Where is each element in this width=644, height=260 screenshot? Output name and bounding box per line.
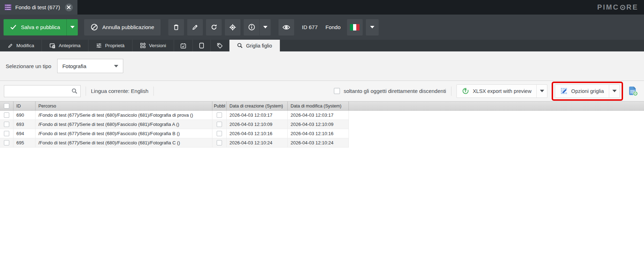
xlsx-export-caret[interactable]	[536, 85, 547, 98]
row-select-checkbox[interactable]	[4, 131, 9, 136]
tab-label: Proprietà	[105, 43, 125, 48]
pimcore-logo: PIMCRE	[597, 0, 644, 15]
language-flag-button[interactable]	[347, 19, 363, 35]
open-object-tab[interactable]: Fondo di test (677)	[0, 0, 77, 15]
cell-percorso: /Fondo di test (677)/Serie di test (680)…	[36, 129, 212, 138]
divider	[86, 87, 86, 96]
locate-in-tree-button[interactable]	[225, 19, 240, 35]
grid-options-button[interactable]: Opzioni griglia	[555, 84, 620, 98]
check-icon	[10, 24, 17, 31]
type-selector-value: Fotografia	[62, 63, 86, 69]
select-all-column-header[interactable]	[0, 101, 13, 110]
object-list-icon	[4, 4, 12, 11]
tag-icon	[217, 43, 223, 49]
calendar-check-icon	[180, 43, 186, 49]
annotation-highlight-box: Opzioni griglia	[552, 82, 623, 101]
close-icon[interactable]	[65, 4, 73, 11]
object-type-label: Fondo	[325, 24, 341, 30]
reload-button[interactable]	[206, 19, 222, 35]
object-id-label: ID 677	[302, 24, 318, 30]
cell-percorso: /Fondo di test (677)/Serie di test (680)…	[36, 111, 212, 120]
divider	[451, 87, 451, 96]
tab-label: Modifica	[16, 43, 34, 48]
versions-icon	[140, 43, 146, 49]
crosshair-icon	[229, 23, 237, 31]
type-selector-combo[interactable]: Fotografia	[57, 59, 123, 73]
search-input[interactable]	[4, 85, 81, 97]
delete-button[interactable]	[168, 19, 184, 35]
unpublish-button[interactable]: Annulla pubblicazione	[84, 19, 161, 35]
cell-modified: 2026-04-03 12:10:24	[288, 138, 349, 147]
export-translations-button[interactable]	[628, 86, 638, 96]
save-options-caret[interactable]	[66, 19, 78, 35]
trash-icon	[173, 24, 180, 31]
window-tab-bar: Fondo di test (677) PIMCRE	[0, 0, 644, 15]
published-checkbox[interactable]	[217, 131, 222, 136]
italian-flag-icon	[350, 24, 359, 31]
chevron-down-icon	[263, 26, 267, 28]
preview-button[interactable]	[278, 19, 294, 35]
column-header-modified[interactable]: Data di modifica (System)	[288, 101, 349, 110]
tab-tags[interactable]	[211, 40, 229, 51]
table-header: ID Percorso Pubbl Data di creazione (Sys…	[0, 101, 644, 111]
save-publish-button[interactable]: Salva e pubblica	[4, 19, 78, 35]
chevron-down-icon	[540, 90, 544, 92]
tab-label: Versioni	[149, 43, 166, 48]
current-language-label: Lingua corrente: English	[91, 88, 148, 94]
select-all-checkbox[interactable]	[4, 103, 9, 109]
info-caret-button[interactable]	[259, 19, 271, 35]
info-icon	[248, 23, 255, 31]
cell-modified: 2026-04-03 12:03:17	[288, 111, 349, 120]
cell-created: 2026-04-03 12:03:17	[227, 111, 288, 120]
sliders-icon	[96, 43, 102, 49]
tab-versioni[interactable]: Versioni	[132, 40, 174, 51]
column-header-created[interactable]: Data di creazione (System)	[227, 101, 288, 110]
xlsx-export-button[interactable]: XLSX export with preview	[456, 84, 547, 98]
pencil-icon	[7, 43, 13, 49]
table-row[interactable]: 695 /Fondo di test (677)/Serie di test (…	[0, 138, 349, 148]
table-row[interactable]: 693 /Fondo di test (677)/Serie di test (…	[0, 120, 349, 129]
table-row[interactable]: 694 /Fondo di test (677)/Serie di test (…	[0, 129, 349, 138]
cell-id: 695	[13, 138, 36, 147]
cell-modified: 2026-04-03 12:10:09	[288, 120, 349, 129]
table-row[interactable]: 690 /Fondo di test (677)/Serie di test (…	[0, 111, 349, 120]
chevron-down-icon	[370, 26, 374, 28]
pimcore-app: { "colors": { "accent_green": "#2e9e4c",…	[0, 0, 644, 260]
bookmark-icon	[199, 43, 204, 49]
xlsx-export-label: XLSX export with preview	[473, 88, 531, 94]
info-button[interactable]	[244, 19, 259, 35]
published-checkbox[interactable]	[217, 122, 222, 127]
cell-percorso: /Fondo di test (677)/Serie di test (680)…	[36, 138, 212, 147]
tab-anteprima[interactable]: Anteprima	[42, 40, 88, 51]
published-checkbox[interactable]	[217, 140, 222, 145]
tab-griglia-figlio[interactable]: Griglia figlio	[229, 40, 280, 51]
column-header-filler	[349, 101, 644, 110]
column-header-percorso[interactable]: Percorso	[36, 101, 212, 110]
tab-proprieta[interactable]: Proprietà	[88, 40, 132, 51]
rename-button[interactable]	[187, 19, 203, 35]
upload-icon	[462, 87, 469, 95]
only-direct-children-checkbox[interactable]	[334, 88, 340, 94]
grid-options-label: Opzioni griglia	[571, 88, 604, 94]
published-checkbox[interactable]	[217, 112, 222, 118]
column-header-id[interactable]: ID	[13, 101, 36, 110]
object-tab-strip: Modifica Anteprima Proprietà Versioni	[0, 40, 644, 51]
column-header-pubblicato[interactable]: Pubbl	[212, 101, 227, 110]
tab-notes[interactable]	[193, 40, 211, 51]
grid-options-icon	[560, 87, 568, 95]
row-select-checkbox[interactable]	[4, 122, 9, 127]
cell-id: 694	[13, 129, 36, 138]
tab-label: Anteprima	[59, 43, 81, 48]
table-body: 690 /Fondo di test (677)/Serie di test (…	[0, 111, 644, 260]
tab-modifica[interactable]: Modifica	[0, 40, 42, 51]
row-select-checkbox[interactable]	[4, 140, 9, 145]
tab-schedule[interactable]	[174, 40, 193, 51]
search-icon	[237, 43, 243, 49]
grid-options-caret[interactable]	[609, 85, 619, 98]
row-select-checkbox[interactable]	[4, 112, 9, 118]
cell-created: 2026-04-03 12:10:16	[227, 129, 288, 138]
pencil-icon	[191, 24, 199, 31]
language-caret-button[interactable]	[366, 19, 379, 35]
cell-id: 690	[13, 111, 36, 120]
type-selector-row: Selezionare un tipo Fotografia	[0, 51, 644, 81]
